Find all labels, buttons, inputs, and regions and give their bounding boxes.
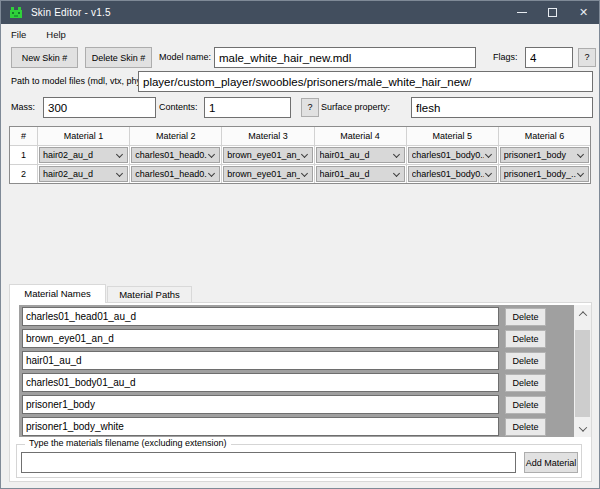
maximize-icon xyxy=(548,8,557,17)
material-combobox[interactable]: brown_eye01_an_d xyxy=(223,166,312,182)
column-header-number: # xyxy=(10,127,38,145)
surface-property-input[interactable] xyxy=(411,97,593,118)
table-row: 1 hair02_au_d charles01_head0... brown_e… xyxy=(10,145,590,164)
row-number: 2 xyxy=(10,165,38,183)
model-name-label: Model name: xyxy=(159,47,211,68)
delete-material-button[interactable]: Delete xyxy=(505,418,546,436)
minimize-button[interactable] xyxy=(506,1,537,24)
materials-list-panel: Delete Delete Delete Delete Delete Delet… xyxy=(19,305,575,437)
material-name-input[interactable] xyxy=(22,329,499,348)
mass-input[interactable] xyxy=(43,97,156,118)
material-combobox[interactable]: charles01_body0... xyxy=(408,166,497,182)
scrollbar-thumb[interactable] xyxy=(575,330,590,417)
column-header-material-4: Material 4 xyxy=(315,127,407,145)
chevron-down-icon xyxy=(393,169,400,176)
material-combobox[interactable]: charles01_head0... xyxy=(131,147,220,163)
vertical-scrollbar[interactable] xyxy=(574,305,591,437)
chevron-down-icon xyxy=(485,169,492,176)
contents-input[interactable] xyxy=(204,97,291,118)
add-material-group-label: Type the materials filename (excluding e… xyxy=(25,438,231,448)
maximize-button[interactable] xyxy=(537,1,568,24)
combo-value: prisoner1_body xyxy=(504,150,576,160)
list-item: Delete xyxy=(22,417,575,436)
new-material-filename-input[interactable] xyxy=(21,452,516,473)
material-combobox[interactable]: brown_eye01_an_d xyxy=(223,147,312,163)
delete-skin-button[interactable]: Delete Skin # xyxy=(85,47,152,68)
titlebar: Skin Editor - v1.5 ✕ xyxy=(1,1,599,24)
combo-value: hair02_au_d xyxy=(43,150,115,160)
material-combobox[interactable]: charles01_head0... xyxy=(131,166,220,182)
column-header-material-1: Material 1 xyxy=(38,127,130,145)
add-material-groupbox: Type the materials filename (excluding e… xyxy=(16,444,582,478)
menu-file[interactable]: File xyxy=(1,25,36,44)
chevron-down-icon xyxy=(578,423,586,431)
skin-editor-window: Skin Editor - v1.5 ✕ File Help New Skin … xyxy=(0,0,600,489)
close-button[interactable]: ✕ xyxy=(568,1,599,24)
combo-value: hair01_au_d xyxy=(320,150,392,160)
column-header-material-3: Material 3 xyxy=(222,127,314,145)
table-header-row: # Material 1 Material 2 Material 3 Mater… xyxy=(10,127,590,145)
path-input[interactable] xyxy=(138,71,593,92)
delete-material-button[interactable]: Delete xyxy=(505,374,546,392)
skins-table: # Material 1 Material 2 Material 3 Mater… xyxy=(9,126,591,184)
close-icon: ✕ xyxy=(579,7,588,18)
material-combobox[interactable]: hair02_au_d xyxy=(39,166,128,182)
delete-material-button[interactable]: Delete xyxy=(505,330,546,348)
contents-help-button[interactable]: ? xyxy=(301,98,319,117)
column-header-material-6: Material 6 xyxy=(499,127,590,145)
combo-value: brown_eye01_an_d xyxy=(227,150,299,160)
material-name-input[interactable] xyxy=(22,307,499,326)
green-creature-app-icon xyxy=(9,6,23,20)
material-name-input[interactable] xyxy=(22,417,499,436)
mass-label: Mass: xyxy=(11,97,35,118)
flags-label: Flags: xyxy=(493,47,518,68)
new-skin-button[interactable]: New Skin # xyxy=(11,47,78,68)
combo-value: charles01_head0... xyxy=(135,169,207,179)
combo-value: charles01_head0... xyxy=(135,150,207,160)
material-combobox[interactable]: hair01_au_d xyxy=(316,166,405,182)
material-combobox[interactable]: charles01_body0... xyxy=(408,147,497,163)
flags-help-button[interactable]: ? xyxy=(578,48,596,67)
add-material-button[interactable]: Add Material xyxy=(524,452,578,473)
contents-label: Contents: xyxy=(159,97,198,118)
combo-value: prisoner1_body_... xyxy=(504,169,576,179)
delete-material-button[interactable]: Delete xyxy=(505,308,546,326)
tab-material-names[interactable]: Material Names xyxy=(9,284,106,303)
column-header-material-5: Material 5 xyxy=(407,127,499,145)
flags-input[interactable] xyxy=(525,47,573,68)
chevron-down-icon xyxy=(208,150,215,157)
scroll-up-button[interactable] xyxy=(574,305,591,322)
chevron-down-icon xyxy=(393,150,400,157)
chevron-down-icon xyxy=(577,169,584,176)
tab-material-paths[interactable]: Material Paths xyxy=(107,286,192,303)
material-name-input[interactable] xyxy=(22,395,499,414)
scroll-down-button[interactable] xyxy=(574,420,591,437)
material-name-input[interactable] xyxy=(22,351,499,370)
chevron-down-icon xyxy=(577,150,584,157)
chevron-down-icon xyxy=(300,150,307,157)
window-title: Skin Editor - v1.5 xyxy=(31,7,111,18)
combo-value: charles01_body0... xyxy=(412,150,484,160)
material-combobox[interactable]: hair02_au_d xyxy=(39,147,128,163)
list-item: Delete xyxy=(22,373,575,392)
combo-value: hair01_au_d xyxy=(320,169,392,179)
chevron-up-icon xyxy=(578,311,586,319)
row-number: 1 xyxy=(10,146,38,164)
delete-material-button[interactable]: Delete xyxy=(505,352,546,370)
delete-material-button[interactable]: Delete xyxy=(505,396,546,414)
combo-value: charles01_body0... xyxy=(412,169,484,179)
menu-help[interactable]: Help xyxy=(36,25,76,44)
chevron-down-icon xyxy=(116,150,123,157)
column-header-material-2: Material 2 xyxy=(130,127,222,145)
material-combobox[interactable]: prisoner1_body_... xyxy=(500,166,589,182)
material-combobox[interactable]: prisoner1_body xyxy=(500,147,589,163)
list-item: Delete xyxy=(22,395,575,414)
combo-value: hair02_au_d xyxy=(43,169,115,179)
menu-bar: File Help xyxy=(1,24,599,45)
material-combobox[interactable]: hair01_au_d xyxy=(316,147,405,163)
chevron-down-icon xyxy=(208,169,215,176)
list-item: Delete xyxy=(22,307,575,326)
model-name-input[interactable] xyxy=(214,47,476,68)
surface-property-label: Surface property: xyxy=(321,97,390,118)
material-name-input[interactable] xyxy=(22,373,499,392)
